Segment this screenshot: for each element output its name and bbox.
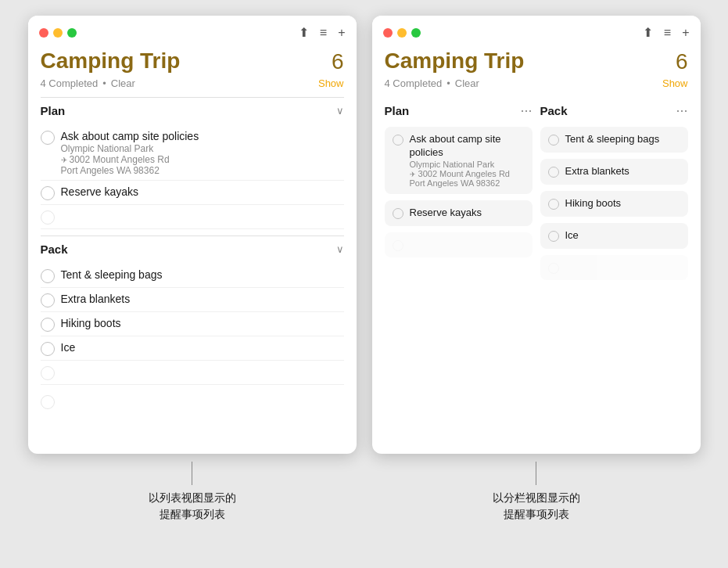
pack-card-text-1: Tent & sleeping bags — [565, 133, 660, 146]
todo-circle-bottom-empty — [41, 395, 55, 409]
maximize-button-1[interactable] — [67, 28, 77, 38]
plan-col-header: Plan ··· — [385, 97, 533, 122]
dot-1: • — [102, 77, 106, 89]
caption-2: 以分栏视图显示的 提醒事项列表 — [372, 462, 701, 523]
columns-container: Plan ··· Ask about camp site policies Ol… — [385, 97, 688, 286]
todo-text-pack-2: Extra blankets — [61, 292, 131, 306]
todo-subtext-1-1a: Olympic National Park — [61, 143, 199, 154]
pack-card-text-3: Hiking boots — [565, 197, 622, 210]
todo-circle-1-1[interactable] — [41, 131, 55, 145]
plan-card-circle-empty — [393, 240, 403, 251]
todo-circle-pack-3[interactable] — [41, 318, 55, 332]
add-icon-2[interactable]: + — [682, 26, 689, 40]
todo-item-pack-2: Extra blankets — [41, 288, 344, 312]
todo-item-pack-4: Ice — [41, 336, 344, 361]
caption-text-1: 以列表视图显示的 提醒事项列表 — [149, 490, 236, 523]
maximize-button-2[interactable] — [411, 28, 421, 38]
titlebar-2: ⬆ ≡ + — [372, 16, 701, 46]
pack-card-circle-4[interactable] — [548, 231, 559, 242]
plan-title-1: Plan — [41, 104, 66, 117]
pack-card-circle-2[interactable] — [548, 167, 559, 178]
pack-card-1[interactable]: Tent & sleeping bags — [540, 127, 688, 153]
list-icon-2[interactable]: ≡ — [664, 26, 671, 40]
plan-card-text-2: Reserve kayaks — [410, 207, 482, 220]
pack-card-text-2: Extra blankets — [565, 165, 629, 178]
pack-col-dots[interactable]: ··· — [676, 103, 687, 117]
close-button-1[interactable] — [39, 28, 48, 38]
note-title-2: Camping Trip — [385, 49, 525, 74]
todo-item-bottom-empty — [41, 390, 344, 413]
clear-link-2[interactable]: Clear — [455, 77, 479, 89]
pack-card-text-4: Ice — [565, 229, 579, 243]
todo-circle-1-empty — [41, 210, 55, 225]
plan-card-sub-1a: Olympic National Park — [410, 160, 525, 169]
completed-text-2: 4 Completed — [385, 77, 443, 89]
note-title-1: Camping Trip — [41, 49, 181, 74]
note-count-1: 6 — [332, 49, 344, 74]
plan-col-title: Plan — [385, 104, 410, 117]
plan-card-empty — [385, 232, 533, 257]
todo-item-pack-empty — [41, 361, 344, 385]
pack-card-3[interactable]: Hiking boots — [540, 191, 688, 217]
todo-item-pack-3: Hiking boots — [41, 312, 344, 336]
minimize-button-1[interactable] — [53, 28, 63, 38]
location-icon-2: ✈ — [410, 171, 416, 178]
pack-card-empty — [540, 255, 688, 280]
todo-circle-pack-4[interactable] — [41, 342, 55, 356]
caption-text-2: 以分栏视图显示的 提醒事项列表 — [493, 490, 580, 523]
plan-column: Plan ··· Ask about camp site policies Ol… — [385, 97, 533, 286]
pack-col-title: Pack — [540, 104, 568, 117]
todo-item-1-2: Reserve kayaks — [41, 181, 344, 205]
plan-card-sub-1b: ✈ 3002 Mount Angeles Rd — [410, 169, 525, 178]
todo-circle-pack-empty — [41, 366, 55, 380]
plan-card-circle-1[interactable] — [393, 135, 403, 146]
plan-card-2[interactable]: Reserve kayaks — [385, 200, 533, 226]
pack-col-header: Pack ··· — [540, 97, 688, 122]
show-link-2[interactable]: Show — [662, 77, 688, 89]
list-icon-1[interactable]: ≡ — [320, 26, 327, 40]
todo-text-pack-1: Tent & sleeping bags — [61, 268, 163, 282]
close-button-2[interactable] — [383, 28, 393, 38]
share-icon-2[interactable]: ⬆ — [643, 25, 653, 40]
pack-card-2[interactable]: Extra blankets — [540, 159, 688, 185]
todo-circle-pack-1[interactable] — [41, 269, 55, 283]
plan-section-header-1: Plan ∨ — [41, 97, 344, 122]
todo-subtext-1-1c: Port Angeles WA 98362 — [61, 165, 199, 176]
todo-circle-1-2[interactable] — [41, 186, 55, 200]
plan-card-sub-1c: Port Angeles WA 98362 — [410, 178, 525, 188]
minimize-button-2[interactable] — [397, 28, 407, 38]
column-view-window: ⬆ ≡ + Camping Trip 6 4 Completed • Clear… — [372, 16, 701, 454]
clear-link-1[interactable]: Clear — [111, 77, 135, 89]
todo-item-pack-1: Tent & sleeping bags — [41, 264, 344, 288]
plan-card-circle-2[interactable] — [393, 208, 403, 219]
pack-card-circle-empty — [548, 263, 559, 274]
list-view-window: ⬆ ≡ + Camping Trip 6 4 Completed • Clear… — [28, 16, 357, 454]
plan-card-text-1: Ask about camp site policies — [410, 133, 525, 160]
location-icon-1: ✈ — [61, 156, 67, 164]
pack-title-1: Pack — [41, 243, 68, 256]
pack-column: Pack ··· Tent & sleeping bags Extra blan… — [540, 97, 688, 286]
todo-text-pack-4: Ice — [61, 340, 76, 354]
plan-col-dots[interactable]: ··· — [520, 103, 532, 117]
share-icon-1[interactable]: ⬆ — [299, 25, 309, 40]
caption-line-1 — [192, 462, 192, 485]
caption-1: 以列表视图显示的 提醒事项列表 — [28, 462, 357, 523]
plan-card-1[interactable]: Ask about camp site policies Olympic Nat… — [385, 127, 533, 194]
pack-card-4[interactable]: Ice — [540, 223, 688, 249]
todo-item-1-empty — [41, 205, 344, 229]
todo-subtext-1-1b: ✈ 3002 Mount Angeles Rd — [61, 154, 199, 165]
todo-circle-pack-2[interactable] — [41, 293, 55, 307]
completed-text-1: 4 Completed — [41, 77, 99, 89]
pack-section-header-1: Pack ∨ — [41, 235, 344, 261]
note-count-2: 6 — [676, 49, 688, 74]
show-link-1[interactable]: Show — [318, 77, 344, 89]
add-icon-1[interactable]: + — [338, 26, 345, 40]
todo-item-1-1: Ask about camp site policies Olympic Nat… — [41, 125, 344, 181]
pack-card-circle-1[interactable] — [548, 135, 559, 146]
pack-chevron-1[interactable]: ∨ — [336, 243, 344, 255]
todo-text-pack-3: Hiking boots — [61, 316, 121, 330]
titlebar-1: ⬆ ≡ + — [28, 16, 357, 46]
plan-chevron-1[interactable]: ∨ — [336, 105, 344, 117]
pack-card-circle-3[interactable] — [548, 199, 559, 210]
todo-text-1-2: Reserve kayaks — [61, 185, 139, 199]
